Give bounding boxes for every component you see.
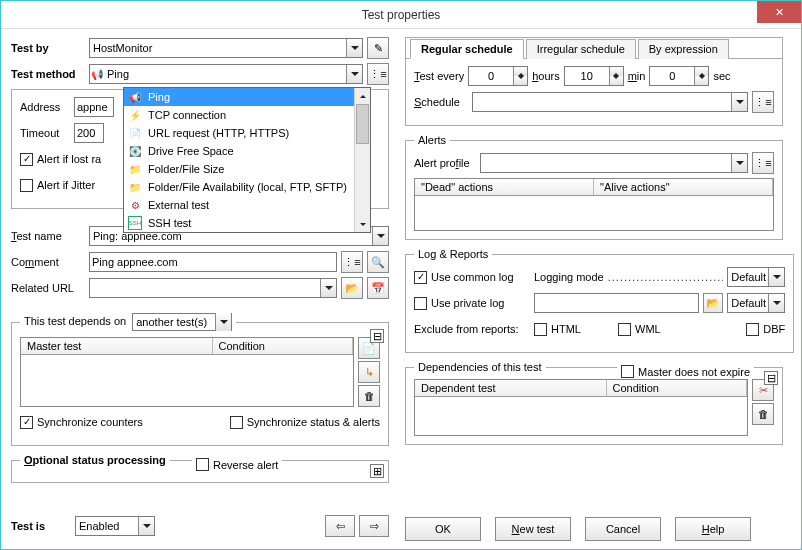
comment-label: Comment bbox=[11, 256, 85, 268]
relatedurl-combo[interactable] bbox=[89, 278, 337, 298]
cancel-button[interactable]: Cancel bbox=[585, 517, 661, 541]
close-button[interactable]: ✕ bbox=[757, 1, 801, 23]
ping-icon: 📢 bbox=[90, 67, 104, 81]
use-private-check[interactable]: Use private log bbox=[414, 297, 530, 310]
dropdown-item-foldersize[interactable]: 📁Folder/File Size bbox=[124, 160, 370, 178]
drive-icon: 💽 bbox=[128, 144, 142, 158]
folder-button[interactable]: 📂 bbox=[341, 277, 363, 299]
alertprofile-combo[interactable] bbox=[480, 153, 748, 173]
sync-counters-check[interactable]: ✓ Synchronize counters bbox=[20, 416, 143, 429]
schedule-config-button[interactable]: ⋮≡ bbox=[752, 91, 774, 113]
testmethod-combo[interactable]: 📢 Ping bbox=[89, 64, 363, 84]
dropdown-item-url[interactable]: 📄URL request (HTTP, HTTPS) bbox=[124, 124, 370, 142]
testis-combo[interactable]: Enabled bbox=[75, 516, 155, 536]
ok-button[interactable]: OK bbox=[405, 517, 481, 541]
testby-combo[interactable]: HostMonitor bbox=[89, 38, 363, 58]
reverse-alert-check[interactable]: Reverse alert bbox=[192, 458, 282, 471]
schedule-combo[interactable] bbox=[472, 92, 748, 112]
dropdown-item-ping[interactable]: 📢Ping bbox=[124, 88, 370, 106]
tcp-icon: ⚡ bbox=[128, 108, 142, 122]
delete-button[interactable]: 🗑 bbox=[752, 403, 774, 425]
collapse-button[interactable]: ⊟ bbox=[764, 371, 778, 385]
checkbox-icon bbox=[746, 323, 759, 336]
comment-list-button[interactable]: ⋮≡ bbox=[341, 251, 363, 273]
dropdown-item-ssh[interactable]: SSHSSH test bbox=[124, 214, 370, 232]
eraser-button[interactable]: ✎ bbox=[367, 37, 389, 59]
wml-check[interactable]: WML bbox=[618, 323, 698, 336]
dropdown-item-folderavail[interactable]: 📁Folder/File Availability (local, FTP, S… bbox=[124, 178, 370, 196]
testis-label: Test is bbox=[11, 520, 71, 532]
zoom-button[interactable]: 🔍 bbox=[367, 251, 389, 273]
use-common-check[interactable]: ✓ Use common log bbox=[414, 271, 530, 284]
close-icon: ✕ bbox=[775, 6, 784, 19]
comment-input[interactable] bbox=[89, 252, 337, 272]
timeout-input[interactable] bbox=[74, 123, 104, 143]
col-condition: Condition bbox=[213, 338, 354, 354]
dropdown-scrollbar[interactable] bbox=[354, 88, 370, 232]
col-alive: "Alive actions" bbox=[594, 179, 773, 195]
chevron-down-icon bbox=[346, 65, 362, 83]
chevron-down-icon bbox=[215, 313, 231, 331]
depof-grid[interactable]: Dependent test Condition bbox=[414, 379, 748, 436]
sec-label: sec bbox=[713, 70, 730, 82]
chevron-down-icon bbox=[372, 227, 388, 245]
titlebar: Test properties ✕ bbox=[1, 1, 801, 29]
address-input[interactable] bbox=[74, 97, 114, 117]
calendar-button[interactable]: 📅 bbox=[367, 277, 389, 299]
dropdown-item-drive[interactable]: 💽Drive Free Space bbox=[124, 142, 370, 160]
chevron-down-icon bbox=[768, 268, 784, 286]
dbf-check[interactable]: DBF bbox=[746, 323, 785, 336]
expand-button[interactable]: ⊞ bbox=[370, 464, 384, 478]
trash-icon: 🗑 bbox=[364, 390, 375, 402]
hours-label: hours bbox=[532, 70, 560, 82]
depends-grid[interactable]: Master test Condition bbox=[20, 337, 354, 407]
folder-icon: 📂 bbox=[345, 282, 359, 295]
collapse-button[interactable]: ⊟ bbox=[370, 329, 384, 343]
method-config-button[interactable]: ⋮≡ bbox=[367, 63, 389, 85]
new-test-button[interactable]: New test bbox=[495, 517, 571, 541]
chevron-down-icon bbox=[346, 39, 362, 57]
next-button[interactable]: ⇨ bbox=[359, 515, 389, 537]
dropdown-item-external[interactable]: ⚙External test bbox=[124, 196, 370, 214]
checkbox-icon: ✓ bbox=[414, 271, 427, 284]
private-log-input[interactable] bbox=[534, 293, 699, 313]
master-no-expire-check[interactable]: Master does not expire bbox=[617, 365, 754, 378]
dropdown-item-tcp[interactable]: ⚡TCP connection bbox=[124, 106, 370, 124]
relatedurl-label: Related URL bbox=[11, 282, 85, 294]
sec-spin[interactable]: 0 bbox=[649, 66, 709, 86]
url-icon: 📄 bbox=[128, 126, 142, 140]
chevron-down-icon bbox=[731, 154, 747, 172]
col-master: Master test bbox=[21, 338, 213, 354]
list-icon: ⋮≡ bbox=[754, 96, 771, 109]
break-icon: ✂ bbox=[759, 384, 768, 397]
new-icon: 📄 bbox=[362, 342, 376, 355]
alertprofile-label: Alert profile bbox=[414, 157, 476, 169]
edit-row-button[interactable]: ↳ bbox=[358, 361, 380, 383]
browse-button[interactable]: 📂 bbox=[703, 293, 723, 313]
min-spin[interactable]: 10 bbox=[564, 66, 624, 86]
delete-button[interactable]: 🗑 bbox=[358, 385, 380, 407]
private-mode-combo[interactable]: Default bbox=[727, 293, 785, 313]
testmethod-dropdown[interactable]: 📢Ping ⚡TCP connection 📄URL request (HTTP… bbox=[123, 87, 371, 233]
checkbox-icon bbox=[414, 297, 427, 310]
scroll-down-icon[interactable] bbox=[355, 216, 370, 232]
scroll-up-icon[interactable] bbox=[355, 88, 370, 104]
hours-spin[interactable]: 0 bbox=[468, 66, 528, 86]
sync-status-check[interactable]: Synchronize status & alerts bbox=[230, 416, 380, 429]
scroll-thumb[interactable] bbox=[356, 104, 369, 144]
alertprofile-config-button[interactable]: ⋮≡ bbox=[752, 152, 774, 174]
folder-open-icon: 📂 bbox=[706, 297, 720, 310]
logging-mode-combo[interactable]: Default bbox=[727, 267, 785, 287]
col-condition: Condition bbox=[607, 380, 748, 396]
calendar-icon: 📅 bbox=[371, 282, 385, 295]
help-button[interactable]: Help bbox=[675, 517, 751, 541]
depends-combo[interactable]: another test(s) bbox=[132, 313, 232, 331]
prev-button[interactable]: ⇦ bbox=[325, 515, 355, 537]
chevron-down-icon bbox=[731, 93, 747, 111]
html-check[interactable]: HTML bbox=[534, 323, 614, 336]
testmethod-label: Test method bbox=[11, 68, 85, 80]
tab-expression[interactable]: By expression bbox=[638, 39, 729, 59]
arrow-left-icon: ⇦ bbox=[336, 520, 345, 533]
tab-regular[interactable]: Regular schedule bbox=[410, 39, 524, 59]
tab-irregular[interactable]: Irregular schedule bbox=[526, 39, 636, 59]
